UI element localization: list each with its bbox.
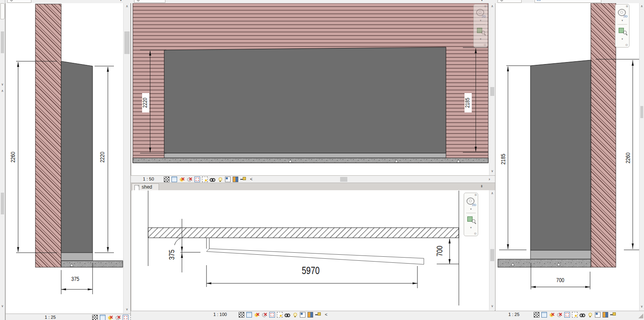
scroll-down-icon[interactable]: ∨ <box>489 169 495 174</box>
tab-shed3[interactable]: shed3 <box>7 0 31 3</box>
navbar-collapse-icon[interactable]: ⊖ <box>474 232 477 235</box>
dim-label-2260[interactable]: 2260 <box>625 148 632 168</box>
scrollbar-thumb[interactable] <box>1 31 4 53</box>
sun-path-icon[interactable] <box>107 315 113 320</box>
restore-pane-icon[interactable]: ⇟ <box>480 184 483 188</box>
tab-list-caret[interactable]: ▾ <box>120 0 122 2</box>
dim-label-700[interactable]: 700 <box>554 277 567 284</box>
dim-label-5970[interactable]: 5970 <box>298 265 324 276</box>
analytical-model-icon[interactable] <box>233 177 238 182</box>
scrollbar-thumb[interactable] <box>640 106 643 118</box>
crop-view-icon[interactable] <box>564 312 570 318</box>
wheel-options-caret[interactable]: ▾ <box>474 19 487 22</box>
visual-style-icon[interactable] <box>246 312 252 318</box>
drawing-shed2[interactable] <box>132 3 489 175</box>
vscroll-shed[interactable]: ∧ ∨ <box>489 190 495 310</box>
tab-shed1[interactable]: shed1 <box>497 0 522 3</box>
zoom-options-caret[interactable]: ▾ <box>464 226 478 229</box>
scroll-down-icon[interactable]: ∨ <box>640 304 644 309</box>
crop-region-icon[interactable] <box>202 177 208 182</box>
vscroll-shed3[interactable]: ∧ ∨ <box>123 3 130 314</box>
analytical-model-icon[interactable] <box>308 312 313 318</box>
scrollbar-thumb[interactable] <box>1 193 4 214</box>
temporary-hide-isolate-icon[interactable] <box>210 177 215 182</box>
vscroll-shed2[interactable]: ∧ ∨ <box>489 3 495 175</box>
drawing-shed1[interactable] <box>497 3 639 311</box>
visual-style-icon[interactable] <box>100 315 105 320</box>
collapse-bar-icon[interactable]: < <box>325 312 327 317</box>
scale-shed2[interactable]: 1 : 50 <box>143 177 154 181</box>
region-zoom-icon[interactable] <box>619 27 627 34</box>
dim-label-2185[interactable]: 2185 <box>500 150 507 169</box>
vscroll-shed1[interactable]: ∧ ∨ <box>639 3 644 311</box>
crop-view-icon[interactable] <box>269 312 275 318</box>
scroll-down-icon[interactable]: ∨ <box>489 304 495 309</box>
temporary-view-properties-icon[interactable] <box>595 312 601 318</box>
temporary-view-properties-icon[interactable] <box>225 177 231 182</box>
navigation-bar[interactable]: ⊗ 2D ▾ ▾ ⊖ <box>464 193 478 236</box>
dim-label-2220[interactable]: 2220 <box>142 93 149 112</box>
scale-shed1[interactable]: 1 : 25 <box>508 312 520 317</box>
crop-view-icon[interactable] <box>194 177 200 182</box>
scroll-up-icon[interactable]: ∧ <box>640 4 644 9</box>
dim-label-375[interactable]: 375 <box>168 245 177 264</box>
detail-level-icon[interactable] <box>92 315 98 320</box>
wheel-options-caret[interactable]: ▾ <box>615 19 629 22</box>
detail-level-icon[interactable] <box>239 312 244 318</box>
reveal-hidden-elements-icon[interactable] <box>292 312 298 318</box>
scroll-up-icon[interactable]: ∧ <box>0 89 5 94</box>
wheel-options-caret[interactable]: ▾ <box>464 208 478 211</box>
zoom-options-caret[interactable]: ▾ <box>615 37 629 41</box>
dim-label-2260[interactable]: 2260 <box>10 148 17 167</box>
shadows-icon[interactable] <box>262 312 267 318</box>
dim-label-700[interactable]: 700 <box>436 241 445 261</box>
tab-shed[interactable]: shed <box>132 183 159 191</box>
reveal-constraints-icon[interactable] <box>240 177 246 182</box>
navbar-close-icon[interactable]: ⊗ <box>625 4 628 8</box>
temporary-hide-isolate-icon[interactable] <box>285 312 290 318</box>
reveal-constraints-icon[interactable] <box>610 312 616 318</box>
reveal-hidden-elements-icon[interactable] <box>217 177 223 182</box>
sun-path-icon[interactable] <box>254 312 260 318</box>
scrollbar-thumb[interactable] <box>124 31 130 54</box>
region-zoom-icon[interactable] <box>467 216 475 223</box>
tab-model-issue-sheet[interactable]: RG001 - Model Issue Sheet <box>535 0 601 3</box>
scroll-up-icon[interactable]: ∧ <box>124 4 130 9</box>
tab-shed2[interactable]: shed2 ✕ <box>134 0 165 3</box>
shadows-icon[interactable] <box>187 177 192 182</box>
zoom-options-caret[interactable]: ▾ <box>474 37 487 41</box>
scale-shed[interactable]: 1 : 100 <box>213 312 227 317</box>
scrollbar-thumb[interactable] <box>490 87 494 96</box>
detail-level-icon[interactable] <box>164 177 169 182</box>
shadows-icon[interactable] <box>557 312 562 318</box>
analytical-model-icon[interactable] <box>603 312 608 318</box>
steering-wheel-icon[interactable]: 2D <box>476 9 485 17</box>
scroll-down-icon[interactable]: ∨ <box>0 82 5 87</box>
dim-label-375[interactable]: 375 <box>69 276 82 282</box>
temporary-hide-isolate-icon[interactable] <box>580 312 585 318</box>
navigation-bar[interactable]: ⊗ 2D ▾ ▾ ⊖ <box>473 4 488 48</box>
visual-style-icon[interactable] <box>171 177 177 182</box>
detail-level-icon[interactable] <box>534 312 539 318</box>
reveal-hidden-elements-icon[interactable] <box>587 312 593 318</box>
tab-list-caret[interactable]: ▾ <box>481 0 483 2</box>
sun-path-icon[interactable] <box>549 312 555 318</box>
scroll-down-icon[interactable]: ∨ <box>0 304 5 309</box>
collapse-bar-icon[interactable]: < <box>250 177 252 181</box>
reveal-constraints-icon[interactable] <box>315 312 321 318</box>
crop-region-icon[interactable] <box>572 312 578 318</box>
shadows-icon[interactable] <box>115 315 121 320</box>
crop-region-icon[interactable] <box>277 312 283 318</box>
resize-grip[interactable] <box>638 314 643 318</box>
visual-style-icon[interactable] <box>541 312 547 318</box>
navbar-close-icon[interactable]: ⊗ <box>484 4 487 8</box>
region-zoom-icon[interactable] <box>477 27 485 34</box>
navbar-collapse-icon[interactable]: ⊖ <box>483 43 486 47</box>
crop-view-icon[interactable] <box>123 315 128 320</box>
scrollbar-thumb[interactable] <box>490 249 494 261</box>
dim-label-2185[interactable]: 2185 <box>464 93 472 112</box>
scroll-down-icon[interactable]: ∨ <box>124 307 130 312</box>
steering-wheel-icon[interactable]: 2D <box>618 9 627 17</box>
temporary-view-properties-icon[interactable] <box>300 312 305 318</box>
scroll-up-icon[interactable]: ∧ <box>489 4 495 9</box>
